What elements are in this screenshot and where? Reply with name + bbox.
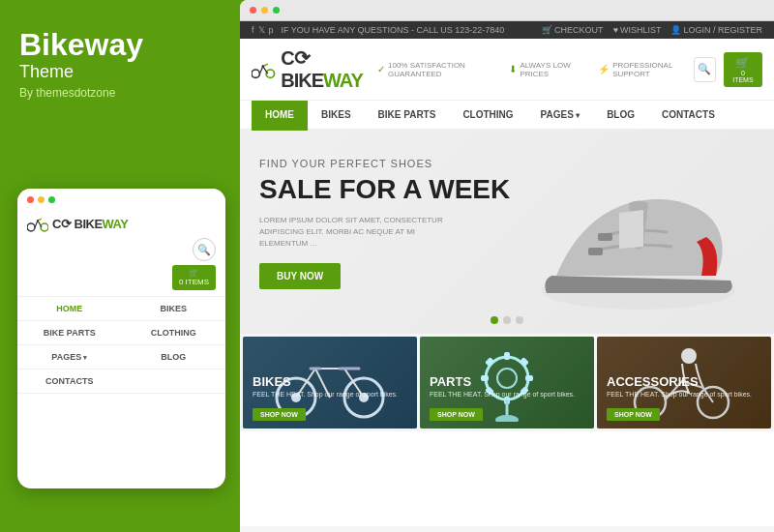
bikes-card-subtitle: FEEL THE HEAT. Shop our range of sport b… <box>253 391 407 398</box>
wishlist-link[interactable]: ♥ WISHLIST <box>613 25 662 35</box>
svg-point-2 <box>37 220 39 222</box>
search-button[interactable]: 🔍 <box>694 57 716 82</box>
site-logo-bike: C⟳ BIKE <box>281 47 323 91</box>
topbar-message: IF YOU HAVE ANY QUESTIONS - CALL US 123-… <box>282 25 505 35</box>
mobile-nav-home[interactable]: HOME <box>17 297 122 320</box>
login-link[interactable]: 👤 LOGIN / REGISTER <box>670 25 762 35</box>
nav-pages[interactable]: PAGES <box>527 101 594 131</box>
site-logo-way: WAY <box>323 70 363 91</box>
bikes-card-title: BIKES <box>253 374 407 389</box>
topbar-left: f 𝕏 p IF YOU HAVE ANY QUESTIONS - CALL U… <box>252 25 504 35</box>
hero-shoe-image <box>522 140 755 324</box>
site-logo: C⟳ BIKEWAY <box>252 46 377 92</box>
mobile-logo-row: C⟳ BIKEWAY <box>17 209 225 236</box>
category-card-parts: PARTS FEEL THE HEAT. Shop our range of s… <box>420 337 594 429</box>
parts-card-overlay: PARTS FEEL THE HEAT. Shop our range of s… <box>420 367 594 429</box>
dot-green <box>48 196 55 203</box>
mobile-cart-label: 0 ITEMS <box>179 278 209 286</box>
mobile-nav-bike-parts[interactable]: BIKE PARTS <box>17 321 122 344</box>
hero-section: FIND YOUR PERFECT SHOES SALE FOR A WEEK … <box>240 131 774 334</box>
accessories-card-subtitle: FEEL THE HEAT. Shop our range of sport b… <box>607 391 761 398</box>
topbar-right: 🛒 CHECKOUT ♥ WISHLIST 👤 LOGIN / REGISTER <box>542 25 762 35</box>
hero-buy-button[interactable]: BUY NOW <box>259 263 341 289</box>
nav-blog[interactable]: BLOG <box>593 101 648 131</box>
support-icon: ⚡ <box>598 64 610 74</box>
svg-rect-19 <box>485 357 494 367</box>
mobile-nav-row-2: BIKE PARTS cloTHing <box>17 321 225 345</box>
slider-dot-2[interactable] <box>503 316 511 324</box>
svg-point-1 <box>41 223 48 231</box>
bikes-card-overlay: BIKES FEEL THE HEAT. Shop our range of s… <box>243 367 417 429</box>
svg-rect-20 <box>520 357 529 367</box>
nav-bikes[interactable]: BIKES <box>308 101 365 131</box>
browser-dot-green <box>273 7 280 14</box>
bikes-shop-button[interactable]: SHOP NOW <box>253 408 306 421</box>
mobile-cart-icon: 🛒 <box>179 269 209 278</box>
mobile-nav-clothing[interactable]: cloTHing <box>122 321 226 344</box>
checkout-link[interactable]: 🛒 CHECKOUT <box>542 25 604 35</box>
right-panel: f 𝕏 p IF YOU HAVE ANY QUESTIONS - CALL U… <box>240 0 774 532</box>
cart-button[interactable]: 🛒 0 ITEMS <box>724 52 762 87</box>
nav-clothing[interactable]: CLOTHING <box>449 101 526 131</box>
slider-dot-1[interactable] <box>491 316 498 324</box>
accessories-shop-button[interactable]: SHOP NOW <box>607 408 660 421</box>
mobile-nav-empty <box>122 369 226 393</box>
parts-card-title: PARTS <box>430 374 584 389</box>
site-nav: HOME BIKES BIKE PARTS CLOTHING PAGES BLO… <box>240 101 774 131</box>
mobile-nav-blog[interactable]: BLOG <box>122 345 226 369</box>
mobile-search-row: 🔍 <box>17 236 225 265</box>
mobile-logo-bike: C <box>52 217 61 231</box>
parts-shop-button[interactable]: SHOP NOW <box>430 408 483 421</box>
twitter-icon[interactable]: 𝕏 <box>258 25 265 35</box>
wishlist-icon: ♥ <box>613 25 618 35</box>
feature-prices: ⬇ ALWAYS LOW PRICES <box>509 61 586 78</box>
svg-point-5 <box>262 65 265 68</box>
website-content: f 𝕏 p IF YOU HAVE ANY QUESTIONS - CALL U… <box>240 21 774 526</box>
browser-dot-yellow <box>261 7 268 14</box>
browser-dot-red <box>250 7 256 14</box>
left-panel: Bikeway Theme By themesdotzone C⟳ <box>0 0 240 532</box>
category-card-accessories: ACCESSORIES FEEL THE HEAT. Shop our rang… <box>597 337 771 429</box>
facebook-icon[interactable]: f <box>252 25 254 35</box>
dot-red <box>27 196 34 203</box>
satisfaction-icon: ✓ <box>377 64 385 74</box>
nav-bike-parts[interactable]: BIKE PARTS <box>365 101 450 131</box>
nav-home[interactable]: HOME <box>252 101 308 131</box>
accessories-card-title: ACCESSORIES <box>607 374 761 389</box>
category-card-bikes: BIKES FEEL THE HEAT. Shop our range of s… <box>243 337 417 429</box>
slider-dots <box>491 316 523 324</box>
svg-point-0 <box>27 223 35 231</box>
svg-rect-15 <box>504 352 510 360</box>
slider-dot-3[interactable] <box>516 316 523 324</box>
feature-satisfaction: ✓ 100% SATISFACTION GUARANTEED <box>377 61 497 78</box>
site-logo-icon <box>252 58 276 81</box>
mobile-browser-bar <box>17 189 225 209</box>
site-logo-text: C⟳ BIKEWAY <box>281 46 377 92</box>
svg-rect-7 <box>598 233 612 241</box>
mobile-cart-button[interactable]: 🛒 0 ITEMS <box>172 265 216 290</box>
feature-support: ⚡ PROFESSIONAL SUPPORT <box>598 61 693 78</box>
mobile-nav-bikes[interactable]: BIKES <box>122 297 226 320</box>
mobile-nav-contacts[interactable]: CONTACTS <box>17 369 122 393</box>
mobile-search-button[interactable]: 🔍 <box>193 238 216 261</box>
mobile-mockup: C⟳ BIKEWAY 🔍 🛒 0 ITEMS HOME BIKES BIKE P… <box>17 189 225 488</box>
prices-icon: ⬇ <box>509 64 517 74</box>
dot-yellow <box>38 196 45 203</box>
mobile-nav: HOME BIKES BIKE PARTS cloTHing PAGES BLO… <box>17 296 225 394</box>
hero-description: LOREM IPSUM DOLOR SIT AMET, CONSECTETUR … <box>259 215 453 250</box>
checkout-icon: 🛒 <box>542 25 552 35</box>
nav-contacts[interactable]: CONTACTS <box>648 101 729 131</box>
mobile-nav-row-3: PAGES BLOG <box>17 345 225 369</box>
site-topbar: f 𝕏 p IF YOU HAVE ANY QUESTIONS - CALL U… <box>240 21 774 39</box>
brand-subtitle: Theme <box>19 62 221 82</box>
mobile-nav-pages[interactable]: PAGES <box>17 345 122 369</box>
mobile-logo-icon <box>27 215 48 232</box>
mobile-cart-row: 🛒 0 ITEMS <box>17 265 225 296</box>
mobile-nav-row-4: CONTACTS <box>17 369 225 394</box>
pinterest-icon[interactable]: p <box>269 25 274 35</box>
svg-point-3 <box>252 70 259 77</box>
mobile-logo: C⟳ BIKEWAY <box>27 215 128 232</box>
brand-by: By themesdotzone <box>19 86 221 100</box>
cart-label: 0 ITEMS <box>731 70 755 83</box>
category-cards: BIKES FEEL THE HEAT. Shop our range of s… <box>240 334 774 431</box>
